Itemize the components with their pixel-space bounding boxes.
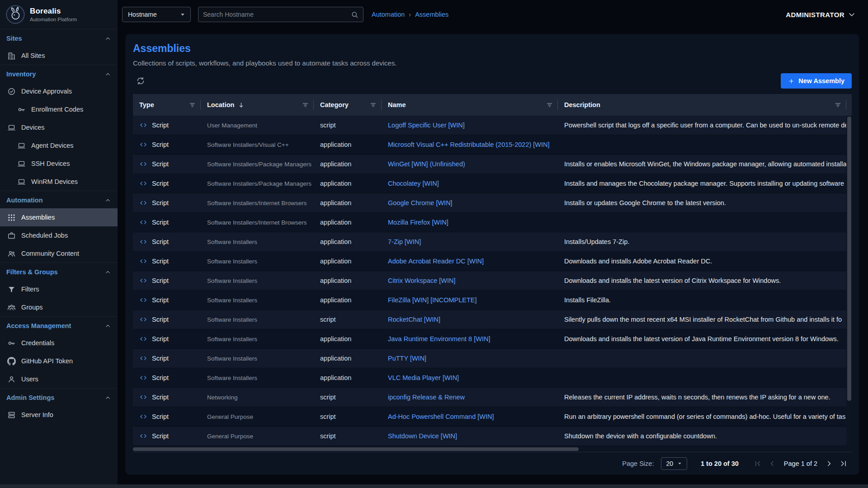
sidebar-item-all-sites[interactable]: All Sites (0, 47, 118, 65)
chevron-up-icon (104, 394, 111, 401)
scrollbar-thumb[interactable] (133, 447, 579, 451)
table-row[interactable]: ScriptSoftware Installers/Internet Brows… (133, 213, 846, 232)
column-header-description[interactable]: Description (558, 94, 846, 116)
assembly-link[interactable]: Ad-Hoc Powershell Command [WIN] (388, 413, 494, 420)
next-page-button[interactable] (825, 459, 834, 468)
table-row[interactable]: ScriptSoftware Installers/Visual C++appl… (133, 135, 846, 155)
new-assembly-button[interactable]: New Assembly (781, 73, 852, 89)
column-filter-icon[interactable] (302, 101, 309, 109)
table-row[interactable]: ScriptSoftware InstallersapplicationCitr… (133, 271, 846, 291)
sidebar-item-device-approvals[interactable]: Device Approvals (0, 82, 118, 100)
assembly-link[interactable]: Adobe Acrobat Reader DC [WIN] (388, 258, 484, 265)
table-row[interactable]: ScriptSoftware InstallersapplicationPuTT… (133, 349, 846, 368)
assembly-link[interactable]: Java Runtime Environment 8 [WIN] (388, 335, 490, 343)
table-row[interactable]: ScriptSoftware InstallersapplicationVLC … (133, 368, 846, 388)
column-filter-icon[interactable] (546, 101, 553, 109)
assembly-link[interactable]: FileZilla [WIN] [INCOMPLETE] (388, 296, 477, 304)
table-row[interactable]: ScriptNetworkingscriptipconfig Release &… (133, 388, 846, 407)
column-label: Type (139, 101, 154, 108)
sidebar-section-header-filters-groups[interactable]: Filters & Groups (0, 263, 118, 280)
assembly-link[interactable]: 7-Zip [WIN] (388, 238, 421, 245)
assembly-link[interactable]: Chocolatey [WIN] (388, 180, 439, 187)
table-row[interactable]: ScriptSoftware InstallersapplicationAdob… (133, 252, 846, 271)
page-size-select[interactable]: 20 (661, 457, 687, 470)
type-label: Script (152, 199, 169, 206)
hostname-select[interactable]: Hostname (122, 7, 191, 22)
prev-page-button[interactable] (768, 459, 777, 468)
assembly-link[interactable]: ipconfig Release & Renew (388, 394, 465, 401)
sidebar-item-scheduled-jobs[interactable]: Scheduled Jobs (0, 226, 118, 244)
assembly-link[interactable]: Citrix Workspace [WIN] (388, 277, 456, 284)
breadcrumb-item-automation[interactable]: Automation (372, 11, 405, 18)
cell-location: Software Installers (201, 336, 314, 343)
sidebar-item-github-api-token[interactable]: GitHub API Token (0, 352, 118, 370)
assembly-link[interactable]: RocketChat [WIN] (388, 316, 440, 323)
assembly-link[interactable]: VLC Media Player [WIN] (388, 374, 459, 381)
last-page-button[interactable] (839, 459, 848, 468)
scrollbar-thumb[interactable] (847, 117, 851, 401)
sidebar-section-header-sites[interactable]: Sites (0, 29, 118, 47)
table-row[interactable]: ScriptSoftware Installers/Package Manage… (133, 174, 846, 193)
table-row[interactable]: ScriptSoftware InstallersapplicationFile… (133, 291, 846, 310)
sidebar-item-ssh-devices[interactable]: SSH Devices (0, 155, 118, 173)
type-label: Script (152, 394, 169, 401)
assembly-link[interactable]: Microsoft Visual C++ Redistributable (20… (388, 141, 550, 148)
column-header-type[interactable]: Type (133, 94, 201, 116)
window-scrollbar[interactable] (0, 484, 868, 488)
column-filter-icon[interactable] (834, 101, 842, 109)
column-header-category[interactable]: Category (314, 94, 382, 116)
briefcase-icon (7, 231, 16, 240)
table-row[interactable]: ScriptGeneral PurposescriptShutdown Devi… (133, 427, 846, 446)
assembly-link[interactable]: Shutdown Device [WIN] (388, 432, 457, 440)
caret-down-icon (179, 10, 187, 19)
sidebar-section-header-access-management[interactable]: Access Management (0, 317, 118, 334)
column-filter-icon[interactable] (189, 101, 196, 109)
table-horizontal-scrollbar[interactable] (133, 447, 852, 451)
table-vertical-scrollbar[interactable] (846, 94, 852, 446)
column-header-location[interactable]: Location (201, 94, 314, 116)
sidebar-item-assemblies[interactable]: Assemblies (0, 208, 118, 226)
table-row[interactable]: ScriptSoftware Installers/Package Manage… (133, 155, 846, 174)
sidebar-item-server-info[interactable]: Server Info (0, 406, 118, 424)
table-row[interactable]: ScriptSoftware Installersapplication7-Zi… (133, 232, 846, 252)
refresh-button[interactable] (136, 76, 146, 86)
sidebar-item-devices[interactable]: Devices (0, 118, 118, 136)
cell-type: Script (133, 257, 201, 265)
sidebar-item-label: Credentials (21, 339, 54, 347)
assembly-link[interactable]: PuTTY [WIN] (388, 355, 426, 362)
cell-category: application (314, 199, 382, 206)
assembly-link[interactable]: Mozilla Firefox [WIN] (388, 219, 448, 226)
sidebar-section-header-automation[interactable]: Automation (0, 191, 118, 208)
search-input[interactable] (203, 11, 351, 18)
user-menu[interactable]: ADMINISTRATOR (786, 10, 856, 19)
code-icon (139, 238, 147, 246)
sidebar-item-winrm-devices[interactable]: WinRM Devices (0, 173, 118, 191)
sidebar-item-agent-devices[interactable]: Agent Devices (0, 136, 118, 155)
sidebar-section-header-inventory[interactable]: Inventory (0, 65, 118, 82)
assembly-link[interactable]: Google Chrome [WIN] (388, 199, 453, 206)
sidebar-item-users[interactable]: Users (0, 370, 118, 388)
table-row[interactable]: ScriptSoftware InstallersscriptRocketCha… (133, 310, 846, 329)
assembly-link[interactable]: WinGet [WIN] (Unfinished) (388, 160, 465, 168)
type-label: Script (152, 141, 169, 148)
plus-icon (788, 78, 795, 84)
cell-category: application (314, 238, 382, 245)
assembly-link[interactable]: Logoff Specific User [WIN] (388, 122, 465, 129)
sidebar-item-enrollment-codes[interactable]: Enrollment Codes (0, 100, 118, 118)
column-filter-icon[interactable] (369, 101, 377, 109)
sidebar-item-filters[interactable]: Filters (0, 280, 118, 298)
table-row[interactable]: ScriptUser ManagementscriptLogoff Specif… (133, 116, 846, 135)
cell-location: Software Installers (201, 355, 314, 362)
sidebar-section-header-admin-settings[interactable]: Admin Settings (0, 389, 118, 406)
sidebar-item-community-content[interactable]: Community Content (0, 244, 118, 263)
first-page-button[interactable] (753, 459, 762, 468)
table-row[interactable]: ScriptSoftware Installers/Internet Brows… (133, 193, 846, 213)
table-row[interactable]: ScriptGeneral PurposescriptAd-Hoc Powers… (133, 407, 846, 427)
sidebar-item-credentials[interactable]: Credentials (0, 334, 118, 352)
breadcrumb-item-assemblies[interactable]: Assemblies (415, 11, 448, 18)
type-label: Script (152, 296, 169, 304)
table-row[interactable]: ScriptSoftware InstallersapplicationJava… (133, 329, 846, 349)
sidebar-item-groups[interactable]: Groups (0, 298, 118, 316)
scrollbar-track[interactable] (846, 116, 852, 446)
column-header-name[interactable]: Name (382, 94, 558, 116)
